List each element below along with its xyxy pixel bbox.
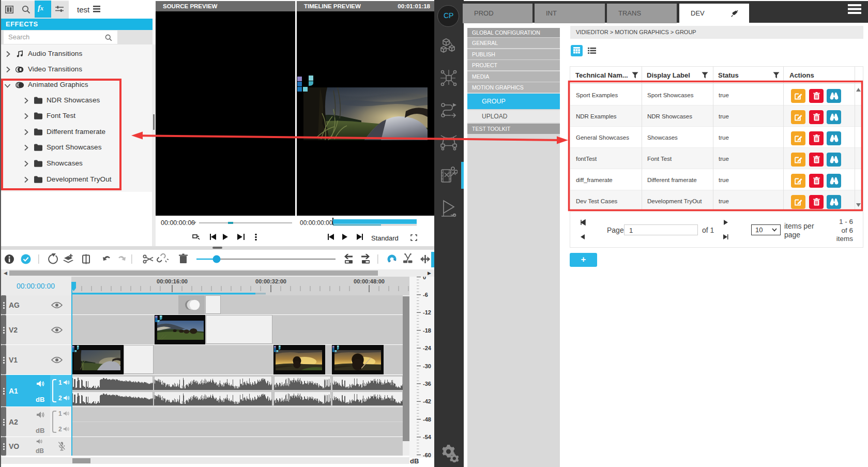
svg-text:-6: -6 xyxy=(423,292,428,298)
svg-text:-36: -36 xyxy=(423,381,431,387)
svg-text:00:00:16:00: 00:00:16:00 xyxy=(157,278,188,284)
svg-text:00:00:48:00: 00:00:48:00 xyxy=(354,278,385,284)
svg-text:-54: -54 xyxy=(423,434,432,440)
svg-text:-24: -24 xyxy=(423,345,432,351)
svg-text:-30: -30 xyxy=(423,363,431,369)
svg-text:-12: -12 xyxy=(423,309,431,315)
svg-text:-48: -48 xyxy=(423,416,431,423)
svg-text:-42: -42 xyxy=(423,398,431,404)
svg-text:0: 0 xyxy=(423,277,426,280)
svg-text:-18: -18 xyxy=(423,327,431,334)
svg-text:00:00:32:00: 00:00:32:00 xyxy=(255,278,286,284)
